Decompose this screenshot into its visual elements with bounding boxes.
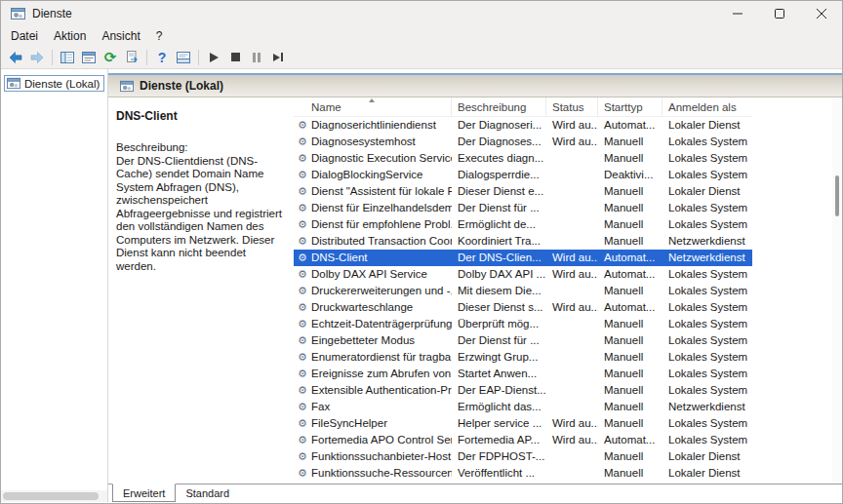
service-description-cell: Dieser Dienst e... — [452, 183, 546, 200]
service-row[interactable]: ⚙ Druckwarteschlange Dieser Dienst s... … — [294, 299, 752, 316]
show-console-tree-button[interactable] — [57, 48, 78, 67]
service-row[interactable]: ⚙ Diagnosesystemhost Der Diagnoses... Wi… — [294, 134, 752, 150]
service-description-cell: Der Diagnoses... — [452, 134, 546, 150]
menu-ansicht[interactable]: Ansicht — [94, 27, 147, 45]
close-button[interactable] — [800, 1, 842, 26]
service-row[interactable]: ⚙ Funktionssuchanbieter-Host Der FDPHOST… — [294, 448, 752, 465]
column-header-status[interactable]: Status — [546, 97, 598, 116]
restart-service-button[interactable] — [267, 48, 289, 67]
refresh-button[interactable]: ⟳ — [100, 48, 121, 67]
tab-standard[interactable]: Standard — [176, 485, 239, 502]
tree-scrollbar-thumb[interactable] — [3, 492, 99, 500]
properties-icon — [82, 52, 96, 63]
service-starttype-cell: Automat... — [598, 432, 662, 448]
service-description-cell: Mit diesem Die... — [452, 283, 546, 299]
toolbar-separator — [146, 50, 147, 65]
pause-service-button[interactable] — [246, 48, 267, 67]
service-logon-cell: Netzwerkdienst — [662, 250, 752, 266]
service-row[interactable]: ⚙ Fortemedia APO Control Ser... Fortemed… — [294, 432, 752, 448]
service-row[interactable]: ⚙ Echtzeit-Datenträgerprüfung Überprüft … — [294, 316, 752, 332]
service-starttype-cell: Manuell — [598, 316, 662, 332]
maximize-button[interactable] — [758, 1, 800, 26]
service-starttype-cell: Manuell — [598, 134, 662, 150]
menu-aktion[interactable]: Aktion — [46, 27, 94, 45]
service-description-cell: Ermöglicht das... — [452, 399, 546, 415]
service-logon-cell: Lokales System — [662, 366, 752, 382]
tree-horizontal-scrollbar[interactable] — [1, 490, 107, 502]
service-row[interactable]: ⚙ Extensible Authentication-Pr... Der EA… — [294, 382, 752, 399]
service-description-cell: Veröffentlicht ... — [452, 465, 546, 482]
service-gear-icon: ⚙ — [294, 465, 311, 482]
caption-buttons — [716, 1, 842, 26]
tree-item-dienste-lokal[interactable]: Dienste (Lokal) — [4, 75, 104, 92]
column-header-anmelden-als[interactable]: Anmelden als — [662, 97, 752, 116]
services-list: Name Beschreibung Status Starttyp Anmeld… — [294, 97, 832, 484]
service-gear-icon: ⚙ — [294, 448, 311, 465]
window-title: Dienste — [32, 7, 72, 20]
service-row[interactable]: ⚙ Druckererweiterungen und -... Mit dies… — [294, 283, 752, 299]
service-name-cell: Distributed Transaction Coor... — [311, 233, 452, 250]
service-description-cell: Überprüft mög... — [452, 316, 546, 332]
service-row[interactable]: ⚙ Diagnoserichtliniendienst Der Diagnose… — [294, 117, 752, 134]
service-gear-icon: ⚙ — [294, 266, 311, 283]
minimize-button[interactable] — [716, 1, 758, 26]
service-logon-cell: Lokales System — [662, 167, 752, 183]
forward-button[interactable] — [26, 48, 48, 67]
service-logon-cell: Lokaler Dienst — [662, 448, 752, 465]
column-header-beschreibung[interactable]: Beschreibung — [452, 97, 546, 116]
service-description-cell: Helper service ... — [452, 415, 546, 432]
list-scrollbar-thumb[interactable] — [835, 175, 839, 216]
tab-erweitert[interactable]: Erweitert — [112, 484, 176, 502]
view-header: Dienste (Lokal) — [108, 75, 842, 97]
service-starttype-cell: Manuell — [598, 382, 662, 399]
service-row[interactable]: ⚙ DNS-Client Der DNS-Clien... Wird au...… — [294, 250, 752, 266]
restart-service-icon — [273, 53, 284, 61]
service-description-cell: Fortemedia AP... — [452, 432, 546, 448]
service-row[interactable]: ⚙ Dienst für empfohlene Probl... Ermögli… — [294, 216, 752, 233]
service-row[interactable]: ⚙ Enumeratordienst für tragba... Erzwing… — [294, 349, 752, 366]
service-row[interactable]: ⚙ DialogBlockingService Dialogsperrdie..… — [294, 167, 752, 183]
show-description-button[interactable] — [173, 48, 194, 67]
service-status-cell: Wird au... — [546, 117, 598, 134]
list-vertical-scrollbar[interactable] — [832, 97, 842, 484]
service-gear-icon: ⚙ — [294, 183, 311, 200]
menu-datei[interactable]: Datei — [3, 27, 46, 45]
service-status-cell: Wird au... — [546, 266, 598, 283]
column-header-name[interactable]: Name — [294, 97, 452, 116]
column-header-starttyp[interactable]: Starttyp — [598, 97, 662, 116]
service-row[interactable]: ⚙ Ereignisse zum Abrufen von ... Startet… — [294, 366, 752, 382]
service-row[interactable]: ⚙ Dienst für Einzelhandelsdem... Der Die… — [294, 200, 752, 216]
service-starttype-cell: Manuell — [598, 448, 662, 465]
export-list-button[interactable] — [121, 48, 142, 67]
toolbar: ⟳ ? — [1, 46, 842, 69]
pause-service-icon — [253, 53, 261, 62]
service-gear-icon: ⚙ — [294, 250, 311, 266]
view-tabs: Erweitert Standard — [108, 484, 842, 502]
maximize-icon — [775, 9, 784, 19]
service-row[interactable]: ⚙ FileSyncHelper Helper service ... Wird… — [294, 415, 752, 432]
service-description-cell: Ermöglicht de... — [452, 216, 546, 233]
service-row[interactable]: ⚙ Dienst "Assistent für lokale P... Dies… — [294, 183, 752, 200]
service-row[interactable]: ⚙ Funktionssuche-Ressourcen... Veröffent… — [294, 465, 752, 482]
service-row[interactable]: ⚙ Eingebetteter Modus Der Dienst für ...… — [294, 332, 752, 349]
service-name-cell: Ereignisse zum Abrufen von ... — [311, 366, 452, 382]
service-starttype-cell: Manuell — [598, 216, 662, 233]
selected-service-description: Der DNS-Clientdienst (DNS-Cache) sendet … — [116, 155, 284, 274]
stop-service-button[interactable] — [224, 48, 246, 67]
back-button[interactable] — [5, 48, 26, 67]
menu-bar: Datei Aktion Ansicht ? — [1, 26, 842, 46]
service-name-cell: Extensible Authentication-Pr... — [311, 382, 452, 399]
properties-button[interactable] — [78, 48, 100, 67]
service-row[interactable]: ⚙ Distributed Transaction Coor... Koordi… — [294, 233, 752, 250]
service-starttype-cell: Automat... — [598, 117, 662, 134]
start-service-button[interactable] — [203, 48, 224, 67]
service-gear-icon: ⚙ — [294, 299, 311, 316]
service-name-cell: Dienst "Assistent für lokale P... — [311, 183, 452, 200]
menu-hilfe[interactable]: ? — [148, 27, 171, 45]
service-row[interactable]: ⚙ Fax Ermöglicht das... Manuell Netzwerk… — [294, 399, 752, 415]
service-row[interactable]: ⚙ Diagnostic Execution Service Executes … — [294, 150, 752, 167]
service-name-cell: DNS-Client — [311, 250, 452, 266]
help-button[interactable]: ? — [151, 48, 173, 67]
service-row[interactable]: ⚙ Dolby DAX API Service Dolby DAX API ..… — [294, 266, 752, 283]
service-gear-icon: ⚙ — [294, 167, 311, 183]
